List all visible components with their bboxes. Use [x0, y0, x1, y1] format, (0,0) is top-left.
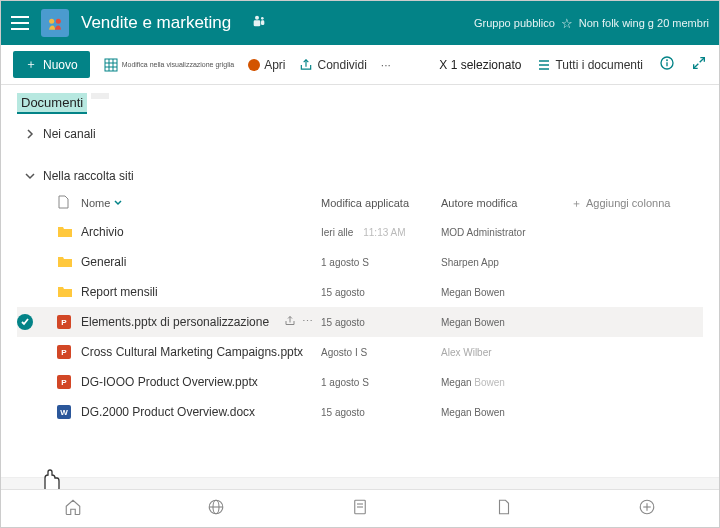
file-type-column-icon[interactable]: [57, 195, 81, 211]
modifiedby-column-header[interactable]: Autore modifica: [441, 195, 571, 211]
svg-point-3: [261, 17, 264, 20]
teams-icon[interactable]: [251, 13, 267, 33]
table-row[interactable]: PElements.pptx di personalizzazione⋯15 a…: [17, 307, 703, 337]
more-icon[interactable]: ⋯: [302, 315, 313, 329]
svg-rect-5: [261, 20, 264, 25]
file-name[interactable]: Cross Cultural Marketing Campaigns.pptx: [81, 345, 303, 359]
edit-grid-button[interactable]: Modifica nella visualizzazione griglia: [104, 58, 234, 72]
file-name[interactable]: Report mensili: [81, 285, 158, 299]
column-headers: Nome Modifica applicata Autore modifica …: [17, 189, 703, 217]
group-type: Gruppo pubblico: [474, 17, 555, 29]
svg-rect-4: [254, 20, 261, 26]
tab-placeholder: [91, 93, 109, 99]
group-info: Gruppo pubblico ☆ Non folk wing g 20 mem…: [474, 16, 709, 31]
selected-check-icon[interactable]: [17, 314, 33, 330]
command-bar: ＋ Nuovo Modifica nella visualizzazione g…: [1, 45, 719, 85]
horizontal-scrollbar[interactable]: [1, 477, 719, 489]
section-channels[interactable]: Nei canali: [17, 117, 703, 147]
table-row[interactable]: PCross Cultural Marketing Campaigns.pptx…: [17, 337, 703, 367]
site-logo[interactable]: [41, 9, 69, 37]
svg-point-0: [49, 19, 54, 24]
hamburger-icon[interactable]: [11, 16, 29, 30]
info-icon[interactable]: [659, 55, 675, 74]
page-icon[interactable]: [351, 498, 369, 520]
folder-icon: [57, 224, 73, 238]
powerpoint-icon: P: [57, 315, 71, 329]
table-row[interactable]: Report mensili15 agostoMegan Bowen: [17, 277, 703, 307]
table-row[interactable]: WDG.2000 Product Overview.docx15 agostoM…: [17, 397, 703, 427]
add-column-button[interactable]: ＋Aggiungi colonna: [571, 195, 691, 211]
author-cell: Megan Bowen: [441, 287, 571, 298]
modified-cell: 15 agosto: [321, 287, 441, 298]
tab-documents[interactable]: Documenti: [17, 93, 87, 114]
table-row[interactable]: Generali1 agosto SSharpen App: [17, 247, 703, 277]
modified-cell: 1 agosto S: [321, 257, 441, 268]
document-list: Nei canali Nella raccolta siti Nome Modi…: [1, 117, 719, 477]
file-name[interactable]: Elements.pptx di personalizzazione: [81, 315, 269, 329]
author-cell: Megan Bowen: [441, 377, 571, 388]
folder-icon: [57, 284, 73, 298]
powerpoint-icon: P: [57, 345, 71, 359]
view-switcher[interactable]: Tutti i documenti: [537, 58, 643, 72]
bottom-nav: [1, 489, 719, 527]
file-name[interactable]: DG-IOOO Product Overview.pptx: [81, 375, 258, 389]
modified-cell: 15 agosto: [321, 317, 441, 328]
chevron-down-icon: [25, 171, 35, 181]
file-name[interactable]: Generali: [81, 255, 126, 269]
selection-count: X 1 selezionato: [439, 58, 521, 72]
table-row[interactable]: ArchivioIeri alle11:13 AMMOD Administrat…: [17, 217, 703, 247]
file-icon[interactable]: [495, 498, 513, 520]
open-button[interactable]: Apri: [248, 58, 285, 72]
chevron-down-icon: [114, 199, 122, 207]
globe-icon[interactable]: [207, 498, 225, 520]
author-cell: Megan Bowen: [441, 407, 571, 418]
modified-cell: 1 agosto S: [321, 377, 441, 388]
app-header: Vendite e marketing Gruppo pubblico ☆ No…: [1, 1, 719, 45]
add-icon[interactable]: [638, 498, 656, 520]
file-name[interactable]: Archivio: [81, 225, 124, 239]
home-icon[interactable]: [64, 498, 82, 520]
plus-icon: ＋: [25, 56, 37, 73]
chevron-right-icon: [25, 129, 35, 139]
author-cell: Megan Bowen: [441, 317, 571, 328]
author-cell: Alex Wilber: [441, 347, 571, 358]
author-cell: MOD Administrator: [441, 227, 571, 238]
members-count: Non folk wing g 20 membri: [579, 17, 709, 29]
svg-point-1: [56, 19, 61, 24]
folder-icon: [57, 254, 73, 268]
app-badge-icon: [248, 59, 260, 71]
section-site-collection[interactable]: Nella raccolta siti: [17, 159, 703, 189]
file-name[interactable]: DG.2000 Product Overview.docx: [81, 405, 255, 419]
svg-rect-6: [105, 59, 117, 71]
star-icon[interactable]: ☆: [561, 16, 573, 31]
more-button[interactable]: ···: [381, 58, 391, 72]
author-cell: Sharpen App: [441, 257, 571, 268]
name-column-header[interactable]: Nome: [81, 195, 321, 211]
modified-cell: Agosto I S: [321, 347, 441, 358]
plus-icon: ＋: [571, 196, 582, 211]
site-title: Vendite e marketing: [81, 13, 231, 33]
share-button[interactable]: Condividi: [299, 58, 366, 72]
modified-cell: Ieri alle11:13 AM: [321, 227, 441, 238]
svg-point-2: [255, 16, 259, 20]
powerpoint-icon: P: [57, 375, 71, 389]
share-icon[interactable]: [284, 315, 296, 329]
table-row[interactable]: PDG-IOOO Product Overview.pptx1 agosto S…: [17, 367, 703, 397]
new-button[interactable]: ＋ Nuovo: [13, 51, 90, 78]
tab-bar: Documenti: [1, 85, 719, 117]
expand-icon[interactable]: [691, 55, 707, 74]
modified-column-header[interactable]: Modifica applicata: [321, 195, 441, 211]
svg-point-16: [667, 60, 668, 61]
modified-cell: 15 agosto: [321, 407, 441, 418]
word-icon: W: [57, 405, 71, 419]
